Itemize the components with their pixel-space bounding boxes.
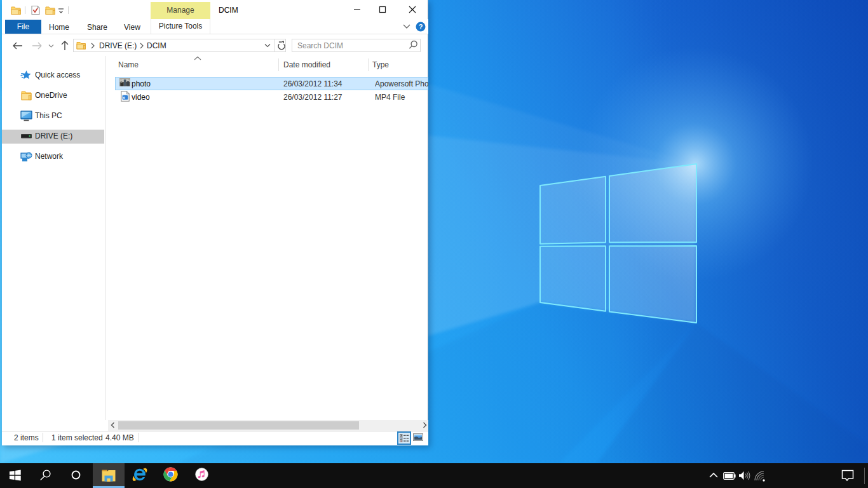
svg-text:?: ? xyxy=(419,23,423,30)
